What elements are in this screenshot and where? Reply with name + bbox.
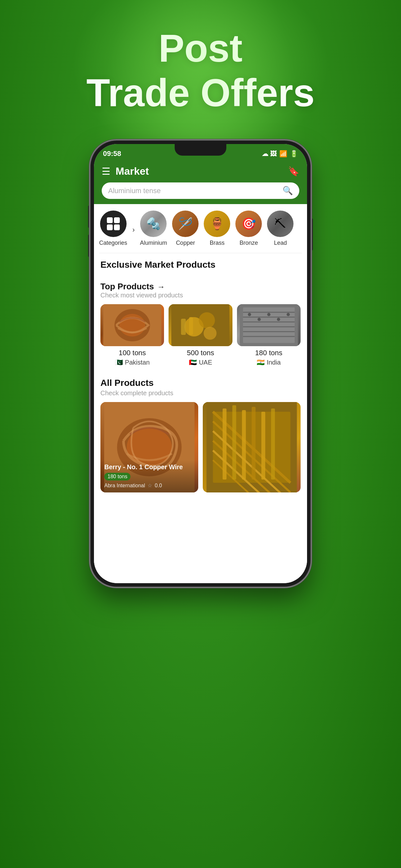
category-label-aluminium: Aluminium — [140, 240, 167, 246]
product-tons-2: 500 tons — [187, 349, 214, 357]
svg-rect-38 — [271, 408, 275, 479]
country-name-2: UAE — [199, 359, 212, 366]
categories-icon — [100, 211, 127, 237]
exclusive-section: Exclusive Market Products — [94, 253, 307, 270]
phone-notch — [175, 144, 226, 156]
search-container: Aluminium tense 🔍 — [94, 182, 307, 204]
volume-up-button — [88, 206, 91, 228]
scroll-content[interactable]: Categories › 🔩 Aluminium 🪡 Copper — [94, 204, 307, 583]
status-time: 09:58 — [103, 150, 121, 158]
product-country-3: 🇮🇳 India — [257, 359, 281, 366]
category-item-copper[interactable]: 🪡 Copper — [172, 211, 198, 246]
svg-point-18 — [257, 318, 260, 321]
search-bar[interactable]: Aluminium tense 🔍 — [102, 182, 299, 199]
svg-rect-34 — [233, 405, 236, 479]
star-icon-1: ☆ — [148, 483, 152, 489]
copper-wire-bg — [100, 304, 164, 346]
product-info-overlay-1: Berry - No. 1 Copper Wire 180 tons Abra … — [100, 460, 198, 492]
brass-parts-bg — [168, 304, 232, 346]
svg-rect-37 — [261, 412, 266, 479]
product-country-1: 🇵🇰 Pakistan — [115, 359, 150, 366]
product-card-2[interactable]: 500 tons 🇦🇪 UAE — [168, 304, 232, 366]
top-products-arrow-icon: → — [157, 282, 165, 291]
product-image-3 — [237, 304, 301, 346]
copper-icon: 🪡 — [172, 211, 198, 237]
product-tons-1: 100 tons — [119, 349, 146, 357]
product-name-1: Berry - No. 1 Copper Wire — [104, 463, 194, 471]
menu-icon[interactable]: ☰ — [102, 166, 111, 177]
status-icons: ☁ 🖼 📶 🔋 — [262, 150, 298, 158]
category-label-bronze: Bronze — [240, 240, 258, 246]
svg-point-17 — [248, 313, 251, 316]
category-item-bronze[interactable]: 🎯 Bronze — [235, 211, 262, 246]
svg-rect-7 — [181, 319, 186, 335]
top-products-title: Top Products — [100, 282, 154, 291]
grid-product-card-2[interactable] — [203, 402, 301, 492]
product-badge-1: 180 tons — [104, 473, 130, 480]
product-card-1[interactable]: 100 tons 🇵🇰 Pakistan — [100, 304, 164, 366]
all-products-title: All Products — [100, 378, 154, 388]
top-products-subtitle: Check most viewed products — [100, 291, 183, 299]
search-placeholder: Aluminium tense — [108, 187, 279, 195]
categories-row: Categories › 🔩 Aluminium 🪡 Copper — [94, 204, 307, 253]
volume-down-button — [88, 235, 91, 257]
country-name-3: India — [267, 359, 281, 366]
grid-product-card-1[interactable]: Berry - No. 1 Copper Wire 180 tons Abra … — [100, 402, 198, 492]
brass-icon: 🏺 — [204, 211, 230, 237]
battery-icon: 🔋 — [290, 150, 298, 158]
category-item-aluminium[interactable]: 🔩 Aluminium — [140, 211, 167, 246]
categories-arrow-icon: › — [132, 226, 135, 234]
all-products-section: All Products Check complete products — [94, 373, 307, 397]
app-header: ☰ Market 🔖 — [94, 162, 307, 182]
svg-rect-33 — [223, 408, 227, 479]
svg-point-20 — [277, 318, 280, 321]
top-products-header[interactable]: Top Products → — [100, 282, 301, 291]
grid-card-bg-2 — [203, 402, 301, 492]
header-title: Market — [116, 165, 149, 177]
flag-uae: 🇦🇪 — [189, 359, 197, 366]
category-label-brass: Brass — [210, 240, 224, 246]
flag-pakistan: 🇵🇰 — [115, 359, 123, 366]
wifi-icon: ☁ 🖼 — [262, 150, 277, 158]
svg-point-21 — [286, 313, 289, 316]
category-item-lead[interactable]: ⛏ Lead — [267, 211, 294, 246]
product-image-2 — [168, 304, 232, 346]
phone-frame: 09:58 ☁ 🖼 📶 🔋 ☰ Market 🔖 Aluminium tens — [91, 141, 310, 586]
category-label-lead: Lead — [274, 240, 287, 246]
svg-rect-35 — [242, 410, 246, 479]
search-icon[interactable]: 🔍 — [282, 186, 293, 196]
top-products-section: Top Products → Check most viewed product… — [94, 270, 307, 299]
svg-rect-36 — [252, 407, 256, 479]
product-country-2: 🇦🇪 UAE — [189, 359, 212, 366]
svg-point-19 — [267, 313, 270, 316]
product-tons-3: 180 tons — [255, 349, 282, 357]
rating-1: 0.0 — [155, 483, 162, 489]
products-row: 100 tons 🇵🇰 Pakistan — [94, 299, 307, 373]
country-name-1: Pakistan — [125, 359, 150, 366]
metal-sheet-bg — [237, 304, 301, 346]
category-item-all[interactable]: Categories — [99, 211, 127, 246]
phone-mockup: 09:58 ☁ 🖼 📶 🔋 ☰ Market 🔖 Aluminium tens — [91, 141, 310, 586]
category-label-all: Categories — [99, 240, 127, 246]
products-grid: Berry - No. 1 Copper Wire 180 tons Abra … — [94, 397, 307, 499]
exclusive-title: Exclusive Market Products — [100, 259, 215, 270]
seller-name-1: Abra International — [104, 483, 145, 489]
phone-screen: 09:58 ☁ 🖼 📶 🔋 ☰ Market 🔖 Aluminium tens — [94, 144, 307, 583]
aluminium-icon: 🔩 — [140, 211, 166, 237]
product-meta-1: Abra International ☆ 0.0 — [104, 483, 194, 489]
svg-rect-8 — [189, 317, 193, 335]
lead-icon: ⛏ — [267, 211, 294, 237]
all-products-subtitle: Check complete products — [100, 390, 301, 397]
svg-point-6 — [204, 327, 217, 340]
header-left: ☰ Market — [102, 165, 149, 177]
bookmark-icon[interactable]: 🔖 — [288, 166, 299, 177]
product-card-3[interactable]: 180 tons 🇮🇳 India — [237, 304, 301, 366]
svg-point-5 — [199, 312, 215, 329]
category-label-copper: Copper — [176, 240, 195, 246]
bronze-icon: 🎯 — [235, 211, 262, 237]
power-button — [310, 218, 313, 251]
product-image-1 — [100, 304, 164, 346]
flag-india: 🇮🇳 — [257, 359, 265, 366]
category-item-brass[interactable]: 🏺 Brass — [204, 211, 230, 246]
signal-icon: 📶 — [279, 150, 287, 158]
